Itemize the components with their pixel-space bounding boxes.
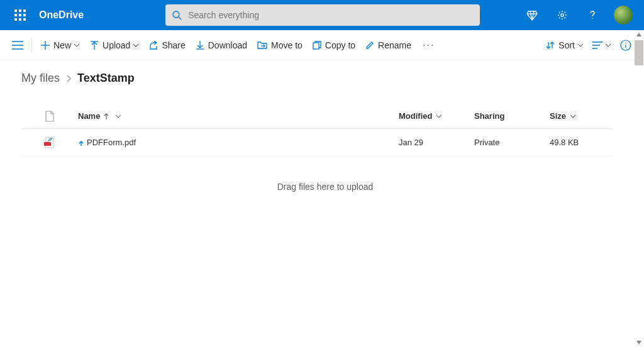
chevron-down-icon: [74, 43, 80, 47]
help-button[interactable]: [577, 0, 608, 30]
share-label: Share: [162, 40, 185, 50]
svg-point-9: [173, 11, 179, 18]
svg-rect-8: [23, 18, 26, 21]
svg-rect-0: [14, 9, 17, 12]
svg-rect-1: [19, 9, 21, 12]
scroll-up-icon: [636, 31, 642, 38]
breadcrumb-root[interactable]: My files: [21, 72, 60, 85]
svg-rect-7: [19, 18, 21, 21]
share-button[interactable]: Share: [144, 30, 190, 60]
svg-point-11: [561, 14, 564, 16]
breadcrumb-separator: [66, 75, 71, 82]
settings-button[interactable]: [547, 0, 577, 30]
app-launcher-button[interactable]: [5, 0, 35, 30]
file-name-cell[interactable]: PDFForm.pdf: [78, 138, 399, 147]
app-header: OneDrive: [0, 0, 644, 30]
file-size-cell: 49.8 KB: [550, 138, 613, 147]
col-size-header[interactable]: Size: [550, 111, 613, 121]
copyto-label: Copy to: [325, 40, 355, 50]
svg-rect-33: [44, 142, 51, 146]
scrollbar-thumb[interactable]: [635, 40, 643, 65]
search-input[interactable]: [188, 10, 474, 20]
help-icon: [587, 9, 598, 21]
svg-rect-22: [313, 43, 319, 49]
file-name: PDFForm.pdf: [87, 138, 136, 147]
view-button[interactable]: [589, 30, 615, 60]
ellipsis-icon: ···: [423, 40, 435, 50]
sort-up-icon: [104, 113, 109, 119]
table-header: Name Modified Sharing Size: [21, 104, 613, 129]
file-icon: [45, 111, 54, 122]
file-table: Name Modified Sharing Size: [21, 104, 613, 157]
gear-icon: [557, 9, 568, 21]
sort-label: Sort: [558, 40, 575, 50]
col-sharing-label: Sharing: [474, 111, 504, 121]
breadcrumb-current[interactable]: TextStamp: [77, 72, 135, 85]
svg-line-10: [179, 17, 181, 19]
premium-button[interactable]: [517, 0, 547, 30]
share-icon: [149, 41, 158, 50]
brand-label[interactable]: OneDrive: [39, 9, 84, 21]
upload-button[interactable]: Upload: [85, 30, 144, 60]
search-container: [165, 4, 480, 26]
chevron-down-icon: [133, 43, 139, 47]
svg-rect-3: [14, 14, 17, 16]
svg-point-30: [625, 42, 626, 43]
drag-hint: Drag files here to upload: [21, 182, 629, 192]
pdf-icon: [44, 137, 55, 148]
col-sharing-header[interactable]: Sharing: [474, 111, 550, 121]
download-label: Download: [208, 40, 247, 50]
download-icon: [196, 41, 204, 50]
file-sharing-cell: Private: [474, 138, 550, 147]
new-button[interactable]: New: [36, 30, 85, 60]
col-size-label: Size: [550, 111, 566, 121]
svg-rect-2: [23, 9, 26, 12]
hamburger-icon: [12, 41, 23, 50]
download-button[interactable]: Download: [191, 30, 252, 60]
chevron-down-icon: [436, 114, 442, 118]
svg-point-12: [592, 18, 592, 19]
file-modified-cell: Jan 29: [399, 138, 474, 147]
search-icon: [172, 10, 182, 20]
chevron-down-icon: [577, 43, 584, 47]
info-button[interactable]: [615, 40, 636, 51]
file-type-icon-cell: [21, 137, 78, 148]
scrollbar[interactable]: [634, 30, 644, 347]
new-label: New: [53, 40, 71, 50]
nav-toggle-button[interactable]: [8, 41, 28, 50]
more-button[interactable]: ···: [416, 40, 441, 51]
plus-icon: [41, 41, 50, 50]
upload-label: Upload: [103, 40, 130, 50]
moveto-button[interactable]: Move to: [252, 30, 308, 60]
sort-icon: [546, 41, 555, 50]
main-content: My files TextStamp Name Modified Sharing: [0, 60, 644, 347]
copyto-icon: [313, 41, 321, 50]
rename-button[interactable]: Rename: [360, 30, 416, 60]
copyto-button[interactable]: Copy to: [308, 30, 360, 60]
col-name-header[interactable]: Name: [78, 111, 399, 121]
info-icon: [620, 40, 631, 51]
avatar[interactable]: [614, 6, 633, 25]
moveto-label: Move to: [271, 40, 303, 50]
chevron-down-icon: [605, 43, 611, 47]
svg-rect-5: [23, 14, 26, 16]
col-modified-header[interactable]: Modified: [399, 111, 474, 121]
col-icon-header: [21, 111, 78, 122]
svg-rect-6: [14, 18, 17, 21]
search-box[interactable]: [165, 4, 480, 26]
breadcrumb: My files TextStamp: [21, 72, 629, 85]
command-bar: New Upload Share Download Move to Copy t…: [0, 30, 644, 60]
sort-button[interactable]: Sort: [541, 30, 589, 60]
list-view-icon: [592, 41, 602, 49]
table-row[interactable]: PDFForm.pdf Jan 29 Private 49.8 KB: [21, 129, 613, 157]
rename-label: Rename: [378, 40, 411, 50]
moveto-icon: [257, 41, 267, 50]
scroll-down-icon: [636, 339, 642, 346]
rename-icon: [365, 41, 374, 50]
col-modified-label: Modified: [399, 111, 432, 121]
chevron-down-icon: [115, 114, 121, 118]
shortcut-badge-icon: [78, 140, 84, 146]
chevron-down-icon: [570, 114, 576, 118]
separator: [31, 38, 32, 53]
col-name-label: Name: [78, 111, 100, 121]
